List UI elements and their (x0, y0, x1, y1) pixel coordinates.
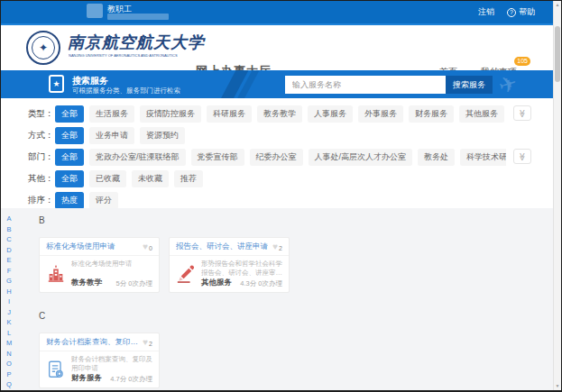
airplane-icon: ✈ (495, 70, 521, 98)
topbar: 教职工 注销 ? 帮助 (1, 1, 555, 25)
filter-chip[interactable]: 推荐 (174, 170, 203, 187)
favorite-button[interactable]: ♥0 (143, 242, 152, 251)
service-description: 标准化考场使用申请 (71, 260, 152, 278)
filter-chip[interactable]: 未收藏 (132, 170, 169, 187)
scroll-up-icon[interactable]: ▲ (554, 1, 561, 8)
filter-label: 方式： (28, 130, 55, 141)
university-seal-icon: ✦ (26, 31, 60, 65)
favorite-count: 2 (279, 245, 282, 251)
star-badge-icon: ★ (49, 75, 64, 93)
filter-chip[interactable]: 教务教学 (257, 105, 302, 123)
filter-row: 类型：全部生活服务疫情防控服务科研服务教务教学人事服务外事服务财务服务其他服务自… (28, 103, 537, 124)
service-title[interactable]: 标准化考场使用申请 (46, 242, 115, 252)
alphabet-letter[interactable]: K (1, 317, 17, 328)
alphabet-index: ABCDEFGHIJKLMNOPQR (1, 214, 17, 392)
filter-chip[interactable]: 全部 (55, 149, 84, 166)
filter-chip[interactable]: 科学技术研究院 (460, 149, 506, 166)
content-sections: B标准化考场使用申请♥0标准化考场使用申请教务教学5分 0次办理报告会、研讨会、… (39, 215, 555, 388)
alphabet-letter[interactable]: M (1, 338, 17, 349)
filter-chip[interactable]: 热度 (55, 192, 84, 209)
service-title[interactable]: 报告会、研讨会、讲座申请 (176, 242, 268, 252)
service-hall-page: 教职工 注销 ? 帮助 ✦ 南京航空航天大学 NANJING UNIVERSIT… (0, 0, 562, 392)
filter-chip[interactable]: 科研服务 (207, 105, 252, 123)
filter-chip[interactable]: 党政办公室/驻溧联络部 (89, 149, 186, 166)
scroll-down-icon[interactable]: ▼ (554, 382, 561, 389)
filter-chip[interactable]: 生活服务 (89, 105, 134, 123)
service-description: 形势报告会和哲学社会科学报告会、研讨会、讲座审批备案 (201, 260, 282, 278)
alphabet-letter[interactable]: I (1, 296, 17, 307)
favorite-count: 0 (149, 245, 152, 251)
filter-chip[interactable]: 党委宣传部 (191, 149, 244, 166)
search-input[interactable] (285, 76, 446, 94)
filter-chip[interactable]: 资源预约 (140, 127, 185, 144)
scrollbar-thumb[interactable] (555, 26, 560, 82)
header: ✦ 南京航空航天大学 NANJING UNIVERSITY OF AERONAU… (1, 25, 555, 70)
alphabet-letter[interactable]: L (1, 328, 17, 339)
filter-chip[interactable]: 教务处 (418, 149, 455, 166)
section-letter: B (39, 215, 555, 226)
search-button[interactable]: 搜索服务 (446, 76, 493, 94)
document-icon (45, 355, 67, 384)
filter-chip[interactable]: 已收藏 (89, 170, 126, 187)
service-title[interactable]: 财务会计档案查询、复印及用印申请 (46, 337, 141, 348)
alphabet-letter[interactable]: F (1, 266, 17, 277)
chevron-double-down-icon: ≫ (518, 152, 527, 160)
filter-chip[interactable]: 人事处/高层次人才办公室 (309, 149, 413, 166)
filter-chip[interactable]: 全部 (55, 105, 84, 123)
letter-section: C财务会计档案查询、复印及用印申请♥2财务会计档案查询、复印及用印申请财务服务4… (39, 311, 555, 388)
service-card[interactable]: 标准化考场使用申请♥0标准化考场使用申请教务教学5分 0次办理 (39, 237, 160, 293)
alphabet-letter[interactable]: G (1, 276, 17, 287)
alphabet-letter[interactable]: B (1, 224, 17, 235)
filter-chip[interactable]: 其他服务 (459, 105, 504, 123)
help-link[interactable]: ? 帮助 (507, 6, 535, 18)
filter-chip[interactable]: 纪委办公室 (250, 149, 303, 166)
chevron-double-down-icon: ≫ (518, 109, 527, 117)
filter-chip[interactable]: 业务申请 (89, 127, 134, 144)
alphabet-letter[interactable]: E (1, 255, 17, 266)
service-card[interactable]: 报告会、研讨会、讲座申请♥2形势报告会和哲学社会科学报告会、研讨会、讲座审批备案… (169, 237, 290, 293)
building-icon (45, 260, 67, 288)
alphabet-letter[interactable]: H (1, 287, 17, 297)
filter-chip[interactable]: 全部 (55, 170, 84, 187)
service-stats: 5分 0次办理 (116, 279, 152, 288)
alphabet-letter[interactable]: O (1, 359, 17, 369)
filter-panel: 类型：全部生活服务疫情防控服务科研服务教务教学人事服务外事服务财务服务其他服务自… (1, 98, 555, 208)
search-banner: ✈ ★ 搜索服务 可根据服务分类、服务部门进行检索 搜索服务 (1, 70, 555, 98)
pencil-icon (175, 260, 197, 288)
favorite-button[interactable]: ♥2 (143, 338, 152, 347)
logout-link[interactable]: 注销 (478, 6, 494, 18)
service-count: 0次办理 (128, 375, 152, 383)
filter-chip[interactable]: 财务服务 (409, 105, 454, 123)
filter-chip[interactable]: 评分 (89, 192, 118, 209)
banner-subtitle: 可根据服务分类、服务部门进行检索 (72, 87, 180, 96)
service-stats: 4.3分 0次办理 (240, 279, 282, 288)
heart-icon: ♥ (143, 242, 148, 251)
alphabet-letter[interactable]: Q (1, 379, 17, 390)
filter-row: 其他：全部已收藏未收藏推荐 (28, 168, 537, 189)
alphabet-letter[interactable]: A (1, 214, 17, 224)
university-name-cn: 南京航空航天大学 (68, 32, 205, 53)
service-category: 教务教学 (71, 278, 102, 288)
service-stats: 4.7分 0次办理 (110, 375, 152, 384)
alphabet-letter[interactable]: C (1, 234, 17, 245)
favorite-count: 2 (149, 341, 152, 347)
filter-row: 方式：全部业务申请资源预约 (28, 124, 537, 146)
filter-label: 排序： (28, 195, 55, 206)
banner-title: 搜索服务 (72, 75, 108, 87)
expand-filter-row-button[interactable]: ≫ (513, 105, 531, 121)
expand-filter-row-button[interactable]: ≫ (513, 149, 531, 164)
filter-chip[interactable]: 人事服务 (308, 105, 353, 123)
page-scrollbar[interactable]: ▲ ▼ (553, 1, 561, 390)
favorite-button[interactable]: ♥2 (272, 242, 282, 251)
alphabet-letter[interactable]: J (1, 307, 17, 318)
filter-chip[interactable]: 全部 (55, 127, 84, 144)
service-card[interactable]: 财务会计档案查询、复印及用印申请♥2财务会计档案查询、复印及用印申请财务服务4.… (39, 333, 160, 388)
filter-row: 部门：全部党政办公室/驻溧联络部党委宣传部纪委办公室人事处/高层次人才办公室教务… (28, 146, 537, 168)
alphabet-letter[interactable]: D (1, 245, 17, 256)
filter-chip[interactable]: 外事服务 (358, 105, 403, 123)
service-category: 财务服务 (71, 373, 102, 384)
alphabet-letter[interactable]: N (1, 349, 17, 360)
filter-chip[interactable]: 疫情防控服务 (140, 105, 201, 123)
university-name-en: NANJING UNIVERSITY OF AERONAUTICS AND AS… (69, 53, 186, 58)
alphabet-letter[interactable]: P (1, 369, 17, 380)
